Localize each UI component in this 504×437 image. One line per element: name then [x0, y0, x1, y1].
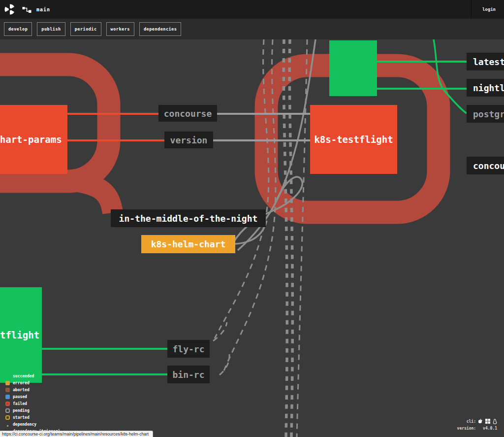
legend-item-started: started [5, 414, 60, 421]
windows-cli-icon[interactable] [485, 419, 490, 424]
paused-swatch-icon [5, 395, 10, 399]
legend-label: pending [13, 408, 30, 413]
legend-label: failed [13, 402, 27, 406]
errored-swatch-icon [5, 381, 10, 385]
job-testflight-succeeded[interactable]: k8s-testflight [0, 287, 42, 383]
job-k8s-testflight-label: k8s-testflight [314, 134, 393, 145]
succeeded-swatch-icon [5, 374, 10, 378]
legend-label: succeeded [13, 374, 34, 378]
aborted-swatch-icon [5, 388, 10, 392]
concourse-logo-icon[interactable] [4, 3, 16, 15]
pending-swatch-icon [5, 408, 10, 413]
team-name[interactable]: main [36, 7, 50, 12]
resource-concourse-label: concourse [164, 108, 212, 119]
resource-version-label: version [170, 135, 208, 145]
legend-label: paused [13, 395, 27, 399]
failed-swatch-icon [5, 402, 10, 406]
pipeline-graph-lines [0, 39, 504, 437]
tab-periodic[interactable]: periodic [70, 22, 101, 36]
status-bar: https://ci.concourse-ci.org/teams/main/p… [0, 431, 153, 437]
version-value: v4.0.1 [483, 426, 497, 431]
cli-row: cli: [457, 418, 497, 425]
job-node-succeeded-top[interactable] [329, 40, 377, 96]
resource-bin-rc-label: bin-rc [172, 370, 204, 380]
legend: succeeded errored aborted paused failed … [5, 372, 60, 435]
resource-concourse-output[interactable]: concourse [467, 157, 504, 174]
tab-dependencies[interactable]: dependencies [139, 22, 181, 36]
top-bar: main login [0, 0, 504, 19]
legend-item-succeeded: succeeded [5, 372, 60, 379]
job-in-the-middle-of-the-night[interactable]: in-the-middle-of-the-night [111, 209, 266, 227]
legend-item-failed: failed [5, 400, 60, 407]
resource-fly-rc[interactable]: fly-rc [167, 340, 210, 358]
resource-postgres-label: postgres [473, 109, 504, 119]
apple-cli-icon[interactable] [478, 419, 483, 424]
resource-concourse-output-label: concourse [473, 161, 504, 171]
legend-label: aborted [13, 388, 30, 392]
resource-concourse[interactable]: concourse [158, 105, 217, 122]
version-info: version: v4.0.1 [457, 425, 497, 432]
legend-label: dependency [13, 422, 36, 427]
job-chart-params-label: chart-params [0, 134, 62, 145]
resource-latest-label: latest [473, 57, 504, 67]
job-k8s-testflight[interactable]: k8s-testflight [310, 105, 397, 174]
tab-publish[interactable]: publish [37, 22, 65, 36]
tab-workers[interactable]: workers [106, 22, 134, 36]
job-night-label: in-the-middle-of-the-night [119, 213, 258, 224]
legend-label: errored [13, 381, 30, 385]
login-button[interactable]: login [482, 0, 496, 19]
legend-item-dependency: dependency [5, 421, 60, 428]
concourse-pipeline-screen: main login develop publish periodic work… [0, 0, 504, 437]
cli-downloads: cli: version: v4.0.1 [457, 418, 497, 432]
started-swatch-icon [5, 415, 10, 420]
linux-cli-icon[interactable] [493, 419, 497, 424]
resource-version[interactable]: version [164, 132, 213, 148]
topbar-divider [471, 0, 472, 19]
pipeline-canvas: chart-params k8s-testflight k8s-testflig… [0, 39, 504, 437]
tab-develop[interactable]: develop [4, 22, 32, 36]
resource-postgres[interactable]: postgres [467, 105, 504, 123]
status-bar-url: https://ci.concourse-ci.org/teams/main/p… [2, 432, 149, 437]
legend-item-pending: pending [5, 407, 60, 414]
resource-latest[interactable]: latest [467, 53, 504, 70]
pipeline-icon [22, 6, 32, 13]
resource-nightly-label: nightly [473, 83, 504, 93]
legend-label: started [13, 415, 30, 420]
resource-k8s-helm-chart[interactable]: k8s-helm-chart [141, 235, 235, 253]
dependency-dot-icon [7, 425, 8, 427]
version-label: version: [457, 426, 476, 431]
job-testflight-succeeded-label: k8s-testflight [0, 330, 39, 340]
resource-k8s-helm-chart-label: k8s-helm-chart [151, 239, 226, 249]
resource-bin-rc[interactable]: bin-rc [167, 366, 210, 383]
pipeline-group-tabs: develop publish periodic workers depende… [0, 19, 504, 39]
cli-label: cli: [467, 419, 476, 424]
legend-item-aborted: aborted [5, 386, 60, 393]
legend-item-paused: paused [5, 393, 60, 400]
resource-nightly[interactable]: nightly [467, 79, 504, 97]
legend-item-errored: errored [5, 379, 60, 386]
job-chart-params[interactable]: chart-params [0, 105, 67, 174]
resource-fly-rc-label: fly-rc [172, 344, 204, 354]
